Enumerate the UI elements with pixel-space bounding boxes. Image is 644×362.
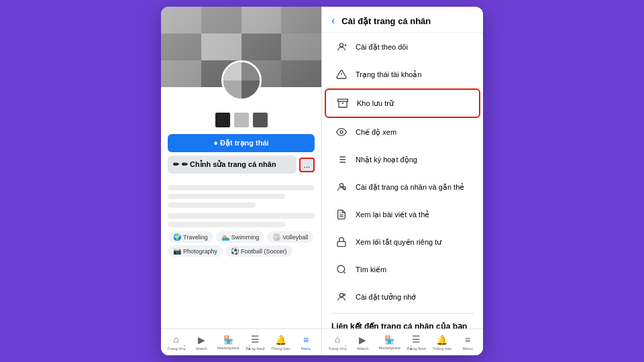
edit-profile-button[interactable]: ✏ ✏ Chỉnh sửa trang cá nhân [168,156,297,174]
settings-item-account-status[interactable]: Trạng thái tài khoản [325,61,480,88]
nav-watch-right[interactable]: ▶ Watch [354,335,372,351]
blurred-line-1 [168,185,315,190]
nav-notifications-left[interactable]: 🔔 Thông báo [271,335,290,351]
right-panel: ‹ Cài đặt trang cá nhân Cài đặt theo dõi [322,7,483,355]
marketplace-icon-right: 🏪 [384,335,394,345]
feed-icon-right: ☰ [412,334,421,345]
left-panel: ● Đặt trạng thái ✏ ✏ Chỉnh sửa trang cá … [161,7,322,355]
watch-icon: ▶ [198,335,205,345]
settings-item-follow[interactable]: Cài đặt theo dõi [325,34,480,60]
memorial-label: Cài đặt tưởng nhớ [356,293,416,302]
svg-point-14 [339,184,343,187]
settings-header: ‹ Cài đặt trang cá nhân [322,7,483,33]
memorial-icon [334,290,349,304]
notifications-label-right: Thông báo [433,347,452,351]
volleyball-emoji: 🏐 [272,233,280,241]
activity-log-label: Nhật ký hoạt động [356,156,417,164]
action-buttons: ● Đặt trạng thái ✏ ✏ Chỉnh sửa trang cá … [161,130,321,178]
watch-label-right: Watch [357,347,368,351]
blurred-line-2 [168,194,285,199]
volleyball-label: Volleyball [282,234,308,241]
menu-icon: ≡ [303,335,309,345]
marketplace-label-right: Marketplace [378,346,400,350]
blurred-line-3 [168,202,256,208]
photography-label: Photography [183,248,217,255]
nav-menu-right[interactable]: ≡ Menu [458,335,477,351]
svg-point-19 [337,265,345,273]
marketplace-icon: 🏪 [223,335,233,345]
settings-list: Cài đặt theo dõi Trạng thái tài khoản [322,33,483,328]
nav-home-left[interactable]: ⌂ Trang chủ [167,334,186,351]
notifications-label: Thông báo [271,347,290,351]
marketplace-label: Marketplace [217,346,239,350]
settings-item-privacy[interactable]: Xem lối tắt quyền riêng tư [325,229,480,255]
nav-notifications-right[interactable]: 🔔 Thông báo [433,335,452,351]
back-button[interactable]: ‹ [331,15,335,27]
svg-rect-18 [337,241,345,246]
profile-cover [161,7,321,87]
review-posts-label: Xem lại bài viết và thẻ [356,210,429,219]
section-divider [331,313,474,314]
right-bottom-nav: ⌂ Trang chủ ▶ Watch 🏪 Marketplace ☰ Bảng… [322,328,483,355]
home-label: Trang chủ [167,346,185,351]
nav-feed-left[interactable]: ☰ Bảng feed [246,334,264,351]
nav-marketplace-left[interactable]: 🏪 Marketplace [217,335,239,350]
profile-content: 🌍 Traveling 🏊 Swimming 🏐 Volleyball 📷 Ph… [161,178,321,328]
more-options-button[interactable]: ... [299,158,315,172]
swimming-emoji: 🏊 [221,233,229,241]
traveling-label: Traveling [183,234,208,241]
notifications-icon-right: 🔔 [436,335,447,345]
interest-traveling: 🌍 Traveling [168,231,213,243]
menu-label: Menu [301,347,311,351]
svg-point-21 [339,294,343,297]
search-icon [334,262,349,277]
home-icon-right: ⌂ [335,334,340,345]
football-label: Football (Soccer) [241,248,287,255]
settings-item-view-mode[interactable]: Chế độ xem [325,119,480,145]
svg-point-0 [339,44,343,47]
swimming-label: Swimming [231,234,260,241]
blurred-line-4 [168,213,315,219]
svg-point-22 [343,294,345,296]
edit-profile-label: ✏ Chỉnh sửa trang cá nhân [182,160,276,169]
warning-icon [334,67,349,82]
interest-photography: 📷 Photography [168,245,223,257]
football-emoji: ⚽ [231,247,239,255]
left-bottom-nav: ⌂ Trang chủ ▶ Watch 🏪 Marketplace ☰ Bảng… [161,328,321,355]
settings-title: Cài đặt trang cá nhân [341,16,431,26]
nav-marketplace-right[interactable]: 🏪 Marketplace [378,335,400,350]
interest-football: ⚽ Football (Soccer) [225,245,292,257]
watch-label: Watch [196,347,207,351]
settings-item-memorial[interactable]: Cài đặt tưởng nhớ [325,284,480,310]
blurred-line-5 [168,222,285,227]
activity-log-icon [334,152,349,167]
svg-point-7 [340,131,343,133]
settings-item-search[interactable]: Tìm kiếm [325,256,480,283]
menu-label-right: Menu [463,347,473,351]
settings-item-archive[interactable]: Kho lưu trữ [325,88,480,118]
swatch-dark [215,113,230,127]
feed-icon: ☰ [251,334,260,345]
search-label: Tìm kiếm [356,265,386,274]
interest-volleyball: 🏐 Volleyball [267,231,313,243]
settings-item-activity-log[interactable]: Nhật ký hoạt động [325,146,480,173]
privacy-label: Xem lối tắt quyền riêng tư [356,238,441,247]
home-label-right: Trang chủ [328,346,346,351]
notifications-icon: 🔔 [275,335,286,345]
swatch-light [234,113,249,127]
profile-tags-icon [334,180,349,194]
profile-avatar [221,60,262,101]
set-status-button[interactable]: ● Đặt trạng thái [168,134,315,152]
settings-item-review-posts[interactable]: Xem lại bài viết và thẻ [325,201,480,228]
nav-feed-right[interactable]: ☰ Bảng feed [407,334,426,351]
home-icon: ⌂ [174,334,179,345]
nav-watch-left[interactable]: ▶ Watch [192,335,211,351]
nav-menu-left[interactable]: ≡ Menu [297,335,315,351]
feed-label: Bảng feed [246,346,264,351]
settings-item-profile-tags[interactable]: Cài đặt trang cá nhân và gắn thẻ [325,174,480,200]
link-section: Liên kết đến trang cá nhân của bạn Liên … [322,316,483,328]
profile-tags-label: Cài đặt trang cá nhân và gắn thẻ [356,183,464,192]
color-swatches [161,107,321,130]
interest-swimming: 🏊 Swimming [216,231,265,243]
nav-home-right[interactable]: ⌂ Trang chủ [328,334,347,351]
